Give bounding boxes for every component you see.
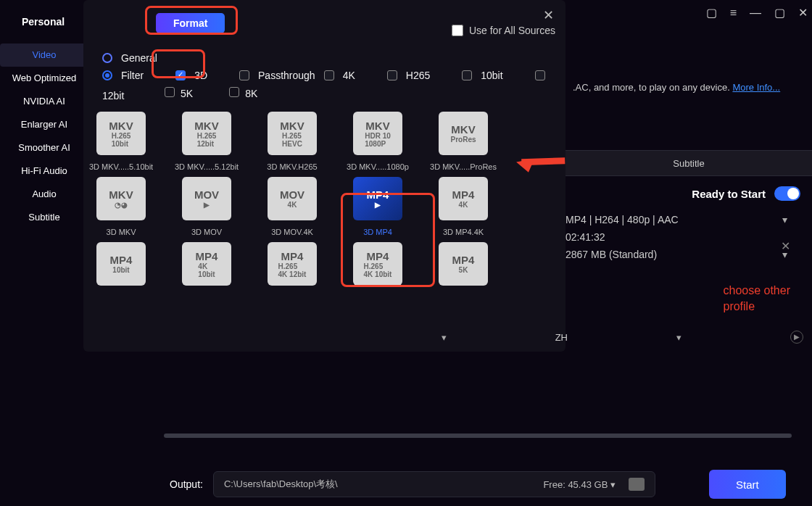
checkbox-3d-label: 3D xyxy=(194,70,207,81)
checkbox-4k-label: 4K xyxy=(343,70,355,81)
window-menu-icon[interactable]: ≡ xyxy=(730,7,737,20)
window-close-icon[interactable]: ✕ xyxy=(798,6,808,20)
format-tile-caption: 3D MKV.....5.12bit xyxy=(175,162,239,171)
checkbox-passthrough-label: Passthrough xyxy=(258,70,315,81)
window-minimize-icon[interactable]: — xyxy=(750,7,761,20)
format-panel: ✕ Format Use for All Sources General Fil… xyxy=(83,0,566,352)
size-value: 2867 MB (Standard) xyxy=(566,249,657,260)
checkbox-12bit-label: 12bit xyxy=(102,90,124,101)
remove-item-icon[interactable]: ✕ xyxy=(781,239,790,253)
play-preview-icon[interactable]: ▶ xyxy=(790,331,803,344)
subtitle-dropdown-icon[interactable]: ▾ xyxy=(669,332,689,343)
format-tile[interactable]: MP4H.265 4K 12bit xyxy=(263,242,321,293)
checkbox-10bit[interactable] xyxy=(462,70,472,80)
use-for-all-checkbox[interactable] xyxy=(452,25,463,36)
checkbox-h265[interactable] xyxy=(387,70,397,80)
window-maximize-icon[interactable]: ▢ xyxy=(774,6,785,20)
profile-dropdown-icon[interactable]: ▾ xyxy=(775,214,795,225)
format-tile-caption: 3D MOV xyxy=(191,228,222,236)
format-tile-caption: 3D MOV.4K xyxy=(271,228,313,236)
checkbox-4k[interactable] xyxy=(324,70,334,80)
checkbox-5k-label: 5K xyxy=(181,88,193,99)
subtitle-lang-value: ZH xyxy=(555,332,568,343)
more-info-link[interactable]: More Info... xyxy=(732,82,780,93)
radio-general-label: General xyxy=(121,52,157,64)
sidebar-item-nvidia-ai[interactable]: NVIDIA AI xyxy=(0,90,88,113)
tab-format[interactable]: Format xyxy=(156,13,225,33)
format-tile-caption: 3D MP4.4K xyxy=(443,228,484,236)
output-path-value: C:\Users\fab\Desktop\考核\ xyxy=(224,478,338,491)
format-tile[interactable]: MKVH.265 10bit3D MKV.....5.10bit xyxy=(92,112,150,171)
use-for-all-label: Use for All Sources xyxy=(469,25,555,36)
format-tile[interactable]: MP410bit xyxy=(92,242,150,293)
format-tile[interactable]: MKVH.265 HEVC3D MKV.H265 xyxy=(263,112,321,171)
folder-icon[interactable] xyxy=(629,478,645,491)
sidebar-item-hifi-audio[interactable]: Hi-Fi Audio xyxy=(0,159,88,183)
format-tile[interactable]: MP4▶3D MP4 xyxy=(349,177,407,236)
duration-value: 02:41:32 xyxy=(566,231,605,243)
start-button[interactable]: Start xyxy=(709,470,786,499)
checkbox-8k[interactable] xyxy=(229,87,239,97)
format-tile[interactable]: MKVProRes3D MKV.....ProRes xyxy=(434,112,492,171)
ready-to-start-label: Ready to Start xyxy=(692,188,766,200)
annotation-text: choose other profile xyxy=(723,283,790,315)
format-tile[interactable]: MP45K xyxy=(434,242,492,293)
output-label: Output: xyxy=(170,478,203,490)
format-tile-caption: 3D MKV.....ProRes xyxy=(430,162,497,171)
checkbox-h265-label: H265 xyxy=(406,70,430,81)
checkbox-passthrough[interactable] xyxy=(239,70,249,80)
sidebar-item-smoother-ai[interactable]: Smoother AI xyxy=(0,136,88,159)
checkbox-10bit-label: 10bit xyxy=(481,70,502,81)
format-tile-caption: 3D MP4 xyxy=(363,228,392,236)
radio-filter[interactable] xyxy=(102,70,112,80)
format-tile-caption: 3D MKV.....1080p xyxy=(347,162,409,171)
sidebar-item-video[interactable]: Video xyxy=(0,43,88,67)
format-grid: MKVH.265 10bit3D MKV.....5.10bitMKVH.265… xyxy=(92,112,556,293)
free-space-value: Free: 45.43 GB ▾ xyxy=(543,479,616,490)
progress-scrubber[interactable] xyxy=(164,434,792,438)
format-tile[interactable]: MOV4K3D MOV.4K xyxy=(263,177,321,236)
radio-general[interactable] xyxy=(102,53,112,63)
format-tile-caption: 3D MKV.H265 xyxy=(267,162,317,171)
checkbox-12bit[interactable] xyxy=(535,70,545,80)
sidebar-item-subtitle[interactable]: Subtitle xyxy=(0,206,88,229)
window-app-icon[interactable]: ▢ xyxy=(706,6,717,20)
format-tile-caption: 3D MKV xyxy=(107,228,136,236)
checkbox-5k[interactable] xyxy=(165,87,175,97)
profile-value: MP4 | H264 | 480p | AAC xyxy=(566,214,679,225)
format-tile[interactable]: MOV▶3D MOV xyxy=(178,177,236,236)
format-tile-caption: 3D MKV.....5.10bit xyxy=(89,162,153,171)
checkbox-3d[interactable] xyxy=(175,70,186,80)
codec-info-text: .AC, and more, to play on any device. Mo… xyxy=(566,80,812,95)
checkbox-8k-label: 8K xyxy=(245,88,257,99)
tab-personal[interactable]: Personal xyxy=(22,16,65,28)
format-tile[interactable]: MP4H.265 4K 10bit xyxy=(349,242,407,293)
format-tile[interactable]: MKV◔◕3D MKV xyxy=(92,177,150,236)
audio-dropdown-icon[interactable]: ▾ xyxy=(434,332,454,343)
output-path-field[interactable]: C:\Users\fab\Desktop\考核\ Free: 45.43 GB … xyxy=(213,471,655,497)
ready-toggle[interactable] xyxy=(774,186,800,201)
sidebar-item-audio[interactable]: Audio xyxy=(0,183,88,206)
sidebar-item-web-optimized[interactable]: Web Optimized xyxy=(0,67,88,90)
close-icon[interactable]: ✕ xyxy=(543,7,554,23)
sidebar-item-enlarger-ai[interactable]: Enlarger AI xyxy=(0,113,88,136)
format-tile[interactable]: MKVHDR 10 1080P3D MKV.....1080p xyxy=(349,112,407,171)
radio-filter-label: Filter xyxy=(121,70,144,81)
format-tile[interactable]: MKVH.265 12bit3D MKV.....5.12bit xyxy=(178,112,236,171)
format-tile[interactable]: MP44K3D MP4.4K xyxy=(434,177,492,236)
tab-subtitle[interactable]: Subtitle xyxy=(566,150,812,176)
format-tile[interactable]: MP44K 10bit xyxy=(178,242,236,293)
